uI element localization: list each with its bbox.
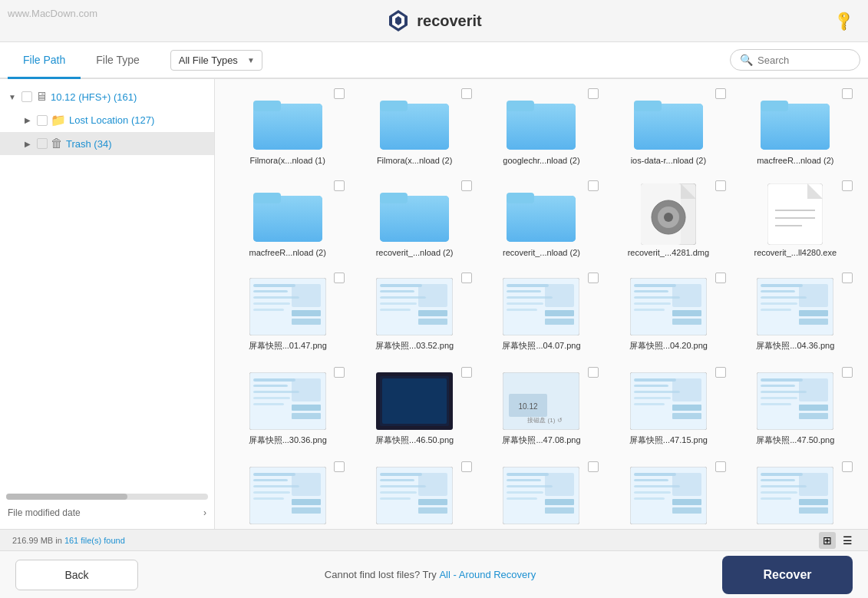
tree-checkbox-trash[interactable] [37, 138, 48, 149]
file-checkbox[interactable] [715, 461, 726, 472]
svg-rect-90 [253, 397, 290, 399]
file-item[interactable] [227, 458, 348, 529]
tree-toggle-lost[interactable]: ▶ [21, 114, 34, 127]
file-checkbox[interactable] [334, 461, 345, 472]
file-checkbox[interactable] [588, 180, 599, 191]
file-checkbox[interactable] [715, 367, 726, 378]
svg-rect-106 [634, 397, 671, 399]
recover-button[interactable]: Recover [722, 556, 853, 594]
file-checkbox[interactable] [461, 273, 472, 283]
file-item[interactable] [735, 458, 856, 529]
view-toggles: ⊞ ☰ [819, 532, 856, 549]
file-checkbox[interactable] [715, 273, 726, 283]
svg-rect-113 [799, 405, 828, 411]
file-checkbox[interactable] [588, 88, 599, 99]
file-item[interactable]: 屏幕快照...46.50.png [354, 364, 474, 452]
tree-checkbox-lost[interactable] [37, 115, 48, 126]
file-item[interactable] [608, 458, 728, 529]
file-item[interactable]: ios-data-r...nload (2) [608, 85, 728, 171]
file-thumbnail [757, 91, 833, 153]
file-item[interactable]: 屏幕快照...03.52.png [354, 269, 474, 358]
file-item[interactable]: recoverit_...4281.dmg [608, 177, 728, 263]
chevron-right-icon: › [203, 507, 206, 518]
list-view-button[interactable]: ☰ [839, 532, 856, 549]
file-name: 屏幕快照...03.52.png [375, 340, 454, 352]
file-checkbox[interactable] [588, 273, 599, 283]
svg-rect-127 [380, 473, 422, 476]
svg-rect-54 [380, 302, 417, 305]
file-checkbox[interactable] [715, 88, 726, 99]
file-thumbnail [376, 464, 453, 526]
svg-rect-128 [380, 479, 414, 481]
header: www.MacDown.com recoverit 🔑 [0, 0, 868, 42]
file-checkbox[interactable] [588, 367, 599, 378]
file-name: 屏幕快照...47.15.png [629, 434, 708, 446]
sidebar-item-root[interactable]: ▼ 🖥 10.12 (HFS+) (161) [0, 85, 214, 108]
file-item[interactable]: 屏幕快照...04.36.png [735, 269, 856, 358]
sidebar-item-lost[interactable]: ▶ 📁 Lost Location (127) [0, 108, 214, 132]
header-right-icons: 🔑 [836, 12, 853, 29]
file-checkbox[interactable] [334, 88, 345, 99]
file-item[interactable]: 屏幕快照...04.07.png [481, 269, 602, 358]
search-input[interactable] [757, 55, 850, 66]
file-item[interactable]: Filmora(x...nload (1) [227, 85, 348, 171]
file-item[interactable]: 屏幕快照...47.15.png [608, 364, 728, 452]
sidebar-scrollbar[interactable] [6, 494, 208, 500]
file-grid: Filmora(x...nload (1) Filmora(x...nload … [227, 85, 856, 529]
file-checkbox[interactable] [842, 367, 853, 378]
file-checkbox[interactable] [334, 180, 345, 191]
svg-rect-39 [253, 284, 295, 287]
file-item[interactable]: recoverit_...nload (2) [354, 177, 474, 263]
file-item[interactable]: 屏幕快照...01.47.png [227, 269, 348, 358]
file-item[interactable] [354, 458, 474, 529]
tree-toggle-root[interactable]: ▼ [6, 91, 18, 103]
file-item[interactable]: 屏幕快照...30.36.png [227, 364, 348, 452]
tree-checkbox-root[interactable] [21, 91, 32, 102]
file-checkbox[interactable] [461, 180, 472, 191]
file-modified-date[interactable]: File modified date › [0, 503, 214, 523]
file-type-select[interactable]: All File Types Images Videos Audio Docum… [170, 50, 262, 71]
file-checkbox[interactable] [461, 461, 472, 472]
grid-view-button[interactable]: ⊞ [819, 532, 836, 549]
key-icon[interactable]: 🔑 [832, 8, 856, 32]
svg-rect-158 [799, 499, 828, 505]
file-checkbox[interactable] [842, 273, 853, 283]
file-name: ios-data-r...nload (2) [631, 156, 706, 165]
file-checkbox[interactable] [334, 273, 345, 283]
file-item[interactable]: recoverit_...ll4280.exe [735, 177, 856, 263]
file-item[interactable]: 屏幕快照...04.20.png [608, 269, 728, 358]
file-thumbnail [376, 370, 453, 431]
file-checkbox[interactable] [461, 88, 472, 99]
file-item[interactable]: googlechr...nload (2) [481, 85, 602, 171]
file-item[interactable]: 屏幕快照...47.50.png [735, 364, 856, 452]
file-item[interactable]: Filmora(x...nload (2) [354, 85, 474, 171]
file-item[interactable]: macfreeR...nload (2) [735, 85, 856, 171]
file-name: 屏幕快照...04.07.png [502, 340, 580, 352]
file-name: 屏幕快照...04.36.png [756, 340, 834, 352]
file-item[interactable]: macfreeR...nload (2) [227, 177, 348, 263]
tab-file-path[interactable]: File Path [8, 42, 81, 79]
svg-rect-146 [634, 479, 668, 481]
file-checkbox[interactable] [334, 367, 345, 378]
sidebar-item-trash[interactable]: ▶ 🗑 Trash (34) [0, 132, 214, 155]
file-item[interactable]: 10.12 接磁盘 (1) ↺ 屏幕快照...47.08.png [481, 364, 602, 452]
file-checkbox[interactable] [461, 367, 472, 378]
file-item[interactable]: recoverit_...nload (2) [481, 177, 602, 263]
file-checkbox[interactable] [842, 180, 853, 191]
file-checkbox[interactable] [715, 180, 726, 191]
file-name: 屏幕快照...30.36.png [249, 434, 327, 446]
svg-rect-73 [634, 309, 665, 311]
around-recovery-link[interactable]: All - Around Recovery [439, 569, 536, 580]
file-thumbnail [376, 91, 453, 153]
file-item[interactable] [481, 458, 602, 529]
back-button[interactable]: Back [15, 560, 138, 590]
search-icon: 🔍 [740, 54, 753, 66]
tree-toggle-trash[interactable]: ▶ [21, 137, 34, 150]
status-bar: 216.99 MB in 161 file(s) found ⊞ ☰ [0, 529, 868, 550]
file-checkbox[interactable] [842, 88, 853, 99]
svg-rect-78 [799, 284, 828, 307]
file-checkbox[interactable] [588, 461, 599, 472]
file-checkbox[interactable] [842, 461, 853, 472]
svg-rect-52 [418, 310, 447, 316]
tab-file-type[interactable]: File Type [81, 42, 155, 79]
